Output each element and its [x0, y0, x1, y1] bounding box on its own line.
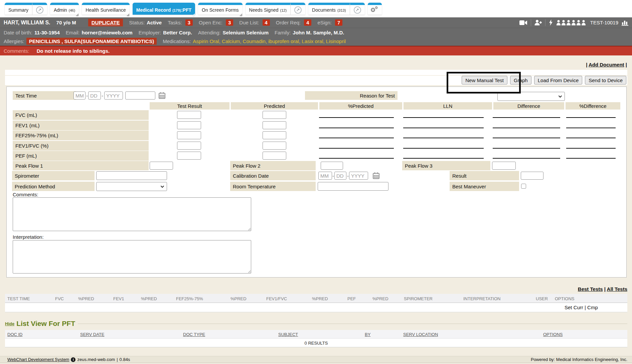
order-req-badge[interactable]: 4 [304, 19, 311, 26]
test-date-dd-input[interactable] [88, 92, 101, 100]
col-doc-id[interactable]: DOC ID [7, 332, 23, 337]
open-enc-badge[interactable]: 3 [226, 19, 233, 26]
gear-icon[interactable]: ⚙⚙ [368, 3, 382, 15]
tab-medical-record[interactable]: Medical Record(179):PFT [133, 3, 195, 15]
interpretation-textarea[interactable] [13, 240, 251, 274]
col-pct-difference: %Difference [566, 102, 620, 110]
calibration-mm-input[interactable] [318, 172, 332, 180]
users-icon[interactable] [556, 20, 587, 25]
peak-flow-3-input[interactable] [492, 162, 516, 170]
open-new-window-icon[interactable]: ↗ [32, 3, 47, 15]
fev1-result-input[interactable] [177, 121, 201, 129]
allergies-value[interactable]: PENICILLINS , SULFA(SULFONAMIDE ANTIBIOT… [26, 38, 157, 45]
patient-header: HART, WILLIAM S. 70 y/o M DUPLICATE Stat… [0, 17, 632, 46]
col-fev1fvc: FEV1/FVC [266, 296, 287, 301]
peak-flow-2-label: Peak Flow 2 [230, 161, 316, 170]
fvc-result-input[interactable] [177, 111, 201, 119]
col-interpretation: INTERPRETATION [463, 296, 500, 301]
tab-summary-label[interactable]: Summary [5, 3, 32, 15]
room-temperature-input[interactable] [318, 182, 388, 191]
col-test-result: Test Result [150, 102, 229, 110]
pef-result-input[interactable] [177, 152, 201, 160]
peak-flow-2-input[interactable] [321, 162, 343, 170]
set-curr-link[interactable]: Set Curr [565, 305, 583, 310]
open-new-window-icon[interactable]: ↗ [350, 3, 365, 15]
open-enc-label: Open Enc: [199, 20, 222, 25]
bar-chart-icon[interactable] [622, 19, 628, 26]
row-label-fvc: FVC (mL) [13, 110, 149, 120]
fev1-fvc-predicted-input[interactable] [263, 142, 286, 150]
col-doc-type[interactable]: DOC TYPE [183, 332, 205, 337]
results-table-header: TEST TIME FVC %PRED FEV1 %PRED FEF25%-75… [5, 294, 627, 303]
add-document-link[interactable]: Add Document [589, 62, 624, 67]
load-from-device-button[interactable]: Load From Device [534, 76, 583, 84]
duplicate-flag[interactable]: DUPLICATE [88, 19, 123, 26]
best-maneuver-label: Best Maneuver [450, 182, 519, 191]
lightning-icon[interactable] [549, 19, 553, 26]
col-pef: PEF [347, 296, 356, 301]
cmp-link[interactable]: Cmp [587, 305, 598, 310]
due-list-label: Due List: [239, 20, 259, 25]
tab-on-screen-forms[interactable]: On Screen Forms [198, 3, 242, 15]
open-new-window-icon[interactable]: ↗ [290, 3, 305, 15]
tab-needs-signed[interactable]: Needs Signed(12) ↗ [246, 3, 306, 15]
webchart-link[interactable]: WebChart Development System [7, 357, 69, 362]
tasks-label: Tasks: [168, 20, 182, 25]
esign-badge[interactable]: 7 [335, 19, 342, 26]
video-camera-icon[interactable] [519, 20, 527, 25]
col-by[interactable]: BY [365, 332, 370, 337]
medications-value[interactable]: Aspirin Oral, Calcium, Coumadin, ibuprof… [193, 38, 346, 44]
toolbar-strip [5, 70, 627, 76]
result-input[interactable] [521, 172, 543, 180]
list-view-header: DOC ID SERV DATE DOC TYPE SUBJECT BY SER… [5, 330, 627, 338]
medications-label: Medications: [163, 38, 191, 44]
form-comments-textarea[interactable] [13, 197, 251, 231]
attending-value: Selenium Selenium [222, 30, 269, 35]
tab-documents[interactable]: Documents(313) ↗ [308, 3, 365, 15]
fef-result-input[interactable] [177, 131, 201, 139]
col-subject[interactable]: SUBJECT [278, 332, 298, 337]
tab-settings[interactable]: ⚙⚙ [368, 3, 382, 15]
results-table: TEST TIME FVC %PRED FEV1 %PRED FEF25%-75… [5, 294, 627, 312]
send-to-device-button[interactable]: Send to Device [585, 76, 626, 84]
test-time-input[interactable] [125, 92, 155, 100]
status-label: Status: [129, 20, 145, 25]
tab-summary[interactable]: Summary ↗ [5, 3, 47, 15]
pef-predicted-input[interactable] [263, 152, 286, 160]
esign-label: eSign: [317, 20, 332, 25]
tab-admin[interactable]: Admin(46) [50, 3, 79, 15]
col-options2[interactable]: OPTIONS [543, 332, 563, 337]
prediction-method-select[interactable] [96, 182, 167, 191]
col-pred1: %PRED [78, 296, 94, 301]
col-serv-date[interactable]: SERV DATE [80, 332, 104, 337]
hide-link[interactable]: Hide [5, 321, 14, 326]
tasks-badge[interactable]: 3 [185, 19, 193, 26]
calendar-icon[interactable] [158, 92, 166, 100]
employer-value: Better Corp. [163, 30, 192, 35]
col-spirometer: SPIROMETER [404, 296, 433, 301]
all-tests-link[interactable]: All Tests [607, 286, 627, 292]
calendar-icon[interactable] [372, 172, 380, 180]
peak-flow-1-input[interactable] [150, 162, 173, 170]
comments-banner-text: Do not release info to siblings. [37, 48, 110, 54]
fef-predicted-input[interactable] [263, 131, 286, 139]
fev1-predicted-input[interactable] [263, 121, 286, 129]
calibration-dd-input[interactable] [334, 172, 346, 180]
tab-health-surveillance[interactable]: Health Surveillance [82, 3, 130, 15]
test-date-mm-input[interactable] [73, 92, 86, 100]
info-icon[interactable]: i [71, 357, 75, 362]
col-user: USER [536, 296, 548, 301]
form-comments-label: Comments: [13, 192, 38, 197]
test-date-yyyy-input[interactable] [104, 92, 123, 100]
add-user-icon[interactable] [534, 20, 542, 26]
fev1-fvc-result-input[interactable] [177, 142, 201, 150]
col-serv-location[interactable]: SERV LOCATION [403, 332, 438, 337]
fvc-predicted-input[interactable] [263, 111, 286, 119]
due-list-badge[interactable]: 4 [263, 19, 270, 26]
interpretation-label: Interpretation: [13, 234, 44, 240]
best-tests-link[interactable]: Best Tests [578, 286, 603, 292]
spirometer-input[interactable] [96, 171, 167, 180]
calibration-yyyy-input[interactable] [349, 172, 368, 180]
best-maneuver-checkbox[interactable] [521, 184, 526, 189]
employer-label: Employer: [139, 30, 161, 35]
